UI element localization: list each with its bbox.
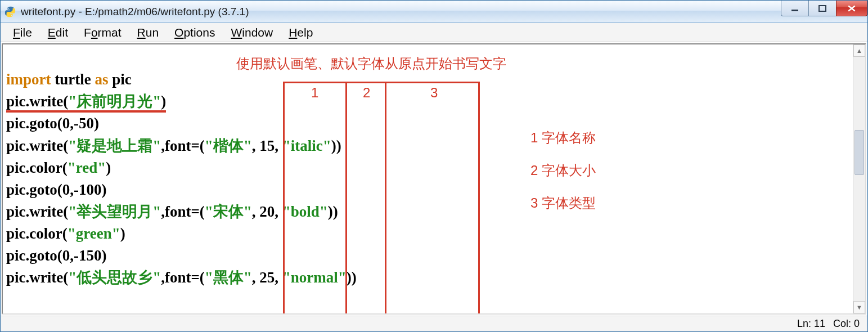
python-idle-icon [4, 6, 16, 18]
idle-window: writefont.py - E:/pmath2/m06/writefont.p… [0, 0, 868, 332]
window-controls [781, 1, 867, 16]
menu-edit[interactable]: Edit [40, 26, 76, 39]
svg-rect-0 [791, 10, 798, 11]
menu-format[interactable]: Format [76, 26, 129, 39]
scroll-thumb[interactable] [854, 130, 864, 175]
menubar: File Edit Format Run Options Window Help [1, 23, 867, 42]
scroll-down-button[interactable]: ▼ [853, 301, 865, 313]
maximize-button[interactable] [808, 1, 836, 16]
status-col: Col: 0 [833, 318, 860, 330]
scroll-track[interactable] [853, 57, 865, 301]
menu-file[interactable]: File [5, 26, 40, 39]
svg-rect-1 [819, 6, 826, 11]
editor[interactable]: import turtle as pic pic.write("床前明月光") … [2, 43, 866, 315]
vertical-scrollbar[interactable]: ▲ ▼ [853, 44, 865, 313]
status-line: Ln: 11 [797, 318, 825, 330]
menu-options[interactable]: Options [167, 26, 223, 39]
close-button[interactable] [836, 1, 867, 16]
scroll-up-button[interactable]: ▲ [853, 44, 865, 57]
titlebar: writefont.py - E:/pmath2/m06/writefont.p… [1, 1, 867, 23]
minimize-button[interactable] [781, 1, 809, 16]
keyword-import: import [6, 71, 51, 88]
keyword-as: as [95, 71, 108, 88]
menu-window[interactable]: Window [223, 26, 281, 39]
menu-help[interactable]: Help [281, 26, 321, 39]
menu-run[interactable]: Run [129, 26, 167, 39]
window-title: writefont.py - E:/pmath2/m06/writefont.p… [21, 6, 249, 18]
statusbar: Ln: 11 Col: 0 [1, 316, 867, 331]
underlined-line: pic.write("床前明月光") [6, 93, 166, 113]
code-content[interactable]: import turtle as pic pic.write("床前明月光") … [3, 44, 865, 291]
